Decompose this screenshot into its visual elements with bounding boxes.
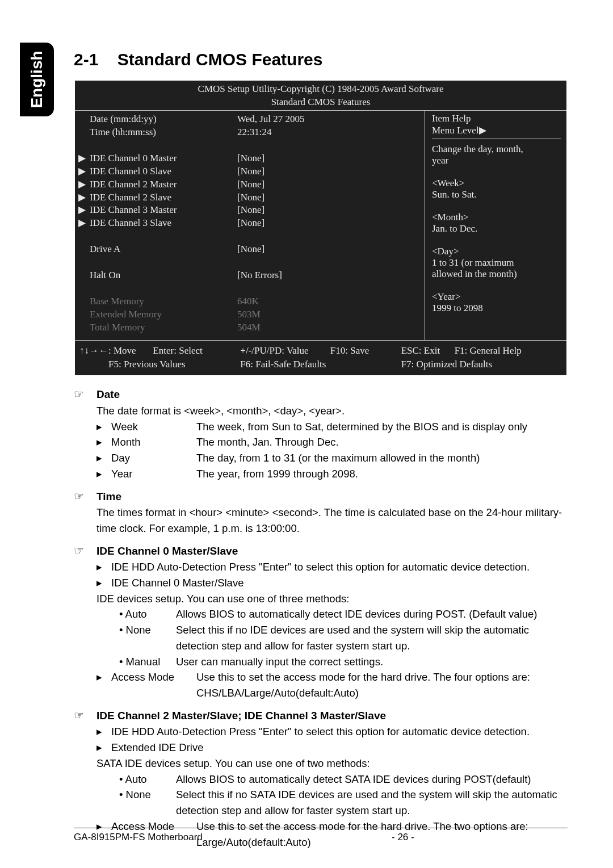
date-item-row: ▸YearThe year, from 1999 through 2098. bbox=[96, 466, 568, 482]
option-row: • NoneSelect this if no IDE devices are … bbox=[119, 622, 568, 654]
bios-setting-row: ▶IDE Channel 0 Master[None] bbox=[78, 152, 421, 165]
submenu-arrow-icon bbox=[78, 295, 90, 308]
setting-label: Drive A bbox=[90, 243, 237, 256]
entry-time: ☞ Time The times format in <hour> <minut… bbox=[74, 488, 568, 536]
menu-level: Menu Level▶ bbox=[432, 124, 561, 136]
fwd-icon: ▸ bbox=[96, 724, 111, 740]
fwd-icon: ▸ bbox=[96, 450, 111, 466]
time-text: The times format in <hour> <minute> <sec… bbox=[96, 505, 568, 536]
pointer-icon: ☞ bbox=[74, 542, 96, 559]
setting-value: Wed, Jul 27 2005 bbox=[237, 113, 421, 126]
help-line: 1 to 31 (or maximum bbox=[432, 257, 561, 269]
ide0-l2: IDE Channel 0 Master/Slave bbox=[111, 577, 243, 589]
setting-value: [No Errors] bbox=[237, 269, 421, 282]
bios-screenshot: CMOS Setup Utility-Copyright (C) 1984-20… bbox=[74, 79, 568, 376]
help-line bbox=[432, 234, 561, 246]
nav-select: Enter: Select bbox=[153, 345, 202, 356]
date-item-val: The year, from 1999 through 2098. bbox=[196, 466, 568, 482]
page-footer: GA-8I915PM-FS Motherboard - 26 - bbox=[74, 828, 568, 843]
ide0-l3: IDE devices setup. You can use one of th… bbox=[96, 591, 568, 607]
option-key: • Manual bbox=[119, 654, 176, 670]
date-intro: The date format is <week>, <month>, <day… bbox=[96, 403, 568, 419]
setting-value: 640K bbox=[237, 295, 421, 308]
submenu-arrow-icon: ▶ bbox=[78, 204, 90, 217]
footer-page-number: - 26 - bbox=[250, 832, 568, 843]
fwd-icon: ▸ bbox=[96, 740, 111, 756]
submenu-arrow-icon: ▶ bbox=[78, 178, 90, 191]
setting-value: 504M bbox=[237, 321, 421, 334]
option-row: • NoneSelect this if no SATA IDE devices… bbox=[119, 787, 568, 819]
language-tab-label: English bbox=[28, 51, 46, 108]
setting-label: IDE Channel 2 Slave bbox=[90, 191, 237, 204]
date-item-row: ▸WeekThe week, from Sun to Sat, determin… bbox=[96, 419, 568, 435]
bios-setting-row: Date (mm:dd:yy)Wed, Jul 27 2005 bbox=[78, 113, 421, 126]
bios-setting-row: ▶IDE Channel 2 Slave[None] bbox=[78, 191, 421, 204]
ide23-l3: SATA IDE devices setup. You can use one … bbox=[96, 756, 568, 771]
option-val: Allows BIOS to automatically detect IDE … bbox=[176, 606, 568, 622]
option-key: • Auto bbox=[119, 606, 176, 622]
ide0-l1: IDE HDD Auto-Detection Press "Enter" to … bbox=[111, 561, 530, 573]
bios-setting-row: Halt On[No Errors] bbox=[78, 269, 421, 282]
fwd-icon: ▸ bbox=[96, 559, 111, 575]
help-line: Sun. to Sat. bbox=[432, 189, 561, 200]
help-text: Change the day, month,year <Week>Sun. to… bbox=[432, 144, 561, 314]
submenu-arrow-icon bbox=[78, 308, 90, 321]
setting-label: Halt On bbox=[90, 269, 237, 282]
option-val: User can manually input the correct sett… bbox=[176, 654, 568, 670]
pointer-icon: ☞ bbox=[74, 488, 96, 505]
ide23-l1: IDE HDD Auto-Detection Press "Enter" to … bbox=[111, 726, 530, 737]
help-line bbox=[432, 200, 561, 212]
setting-label: IDE Channel 2 Master bbox=[90, 178, 237, 191]
bios-setting-row: Base Memory640K bbox=[78, 295, 421, 308]
bios-setting-row: Time (hh:mm:ss)22:31:24 bbox=[78, 126, 421, 139]
bios-header-line1: CMOS Setup Utility-Copyright (C) 1984-20… bbox=[75, 83, 566, 96]
submenu-arrow-icon bbox=[78, 243, 90, 256]
nav-f5: F5: Previous Values bbox=[108, 359, 186, 370]
ide0-access-k: Access Mode bbox=[111, 669, 196, 701]
setting-label: IDE Channel 0 Slave bbox=[90, 165, 237, 178]
setting-value: [None] bbox=[237, 178, 421, 191]
date-item-val: The day, from 1 to 31 (or the maximum al… bbox=[196, 450, 568, 466]
submenu-arrow-icon: ▶ bbox=[78, 191, 90, 204]
setting-label: IDE Channel 3 Master bbox=[90, 204, 237, 217]
option-val: Allows BIOS to automatically detect SATA… bbox=[176, 771, 568, 787]
submenu-arrow-icon: ▶ bbox=[78, 217, 90, 230]
setting-label: IDE Channel 0 Master bbox=[90, 152, 237, 165]
help-line: 1999 to 2098 bbox=[432, 303, 561, 314]
nav-move: ↑↓→←: Move bbox=[79, 345, 136, 356]
fwd-icon: ▸ bbox=[96, 575, 111, 591]
entry-title-ide23: IDE Channel 2 Master/Slave; IDE Channel … bbox=[96, 708, 386, 724]
setting-label: Total Memory bbox=[90, 321, 237, 334]
nav-f7: F7: Optimized Defaults bbox=[401, 359, 493, 370]
fwd-icon: ▸ bbox=[96, 669, 111, 701]
setting-value: [None] bbox=[237, 152, 421, 165]
setting-label: Base Memory bbox=[90, 295, 237, 308]
fwd-icon: ▸ bbox=[96, 434, 111, 450]
help-line: <Day> bbox=[432, 246, 561, 257]
setting-label: Date (mm:dd:yy) bbox=[90, 113, 237, 126]
fwd-icon: ▸ bbox=[96, 419, 111, 435]
entry-title-ide0: IDE Channel 0 Master/Slave bbox=[96, 543, 238, 560]
entry-title-time: Time bbox=[96, 489, 121, 505]
documentation-body: ☞ Date The date format is <week>, <month… bbox=[74, 376, 568, 850]
help-line: year bbox=[432, 155, 561, 166]
item-help-title: Item Help bbox=[432, 113, 561, 124]
bios-footer: ↑↓→←: Move Enter: Select F5: Previous Va… bbox=[75, 341, 566, 376]
submenu-arrow-icon: ▶ bbox=[78, 165, 90, 178]
help-line bbox=[432, 166, 561, 178]
submenu-arrow-icon bbox=[78, 321, 90, 334]
submenu-arrow-icon bbox=[78, 126, 90, 139]
pointer-icon: ☞ bbox=[74, 385, 96, 402]
section-title-text: Standard CMOS Features bbox=[117, 50, 323, 69]
setting-value: [None] bbox=[237, 217, 421, 230]
nav-f6: F6: Fail-Safe Defaults bbox=[240, 359, 326, 370]
bios-setting-row: ▶IDE Channel 2 Master[None] bbox=[78, 178, 421, 191]
nav-exit: ESC: Exit bbox=[401, 345, 440, 356]
submenu-arrow-icon bbox=[78, 269, 90, 282]
bios-header: CMOS Setup Utility-Copyright (C) 1984-20… bbox=[75, 81, 566, 111]
ide23-l2: Extended IDE Drive bbox=[111, 741, 203, 753]
bios-setting-row: Extended Memory503M bbox=[78, 308, 421, 321]
help-line: <Year> bbox=[432, 291, 561, 303]
nav-save: F10: Save bbox=[330, 345, 369, 356]
nav-value: +/-/PU/PD: Value bbox=[240, 345, 308, 356]
